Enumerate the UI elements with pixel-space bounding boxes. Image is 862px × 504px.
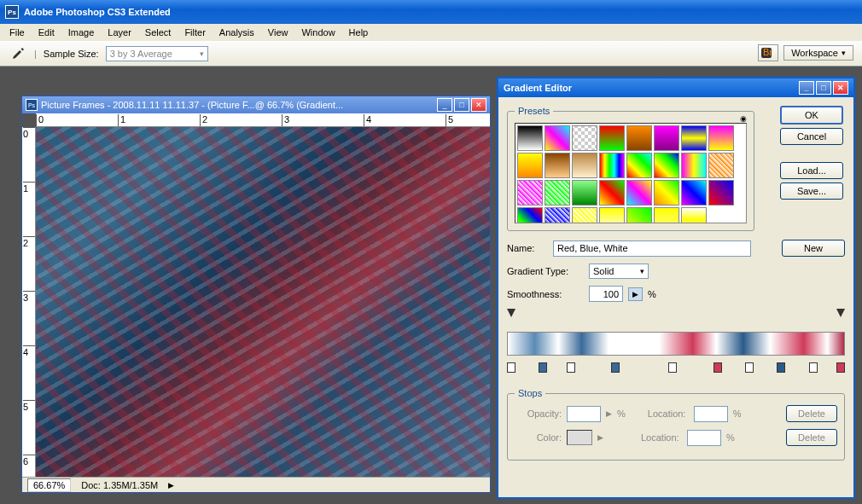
color-stop[interactable] [777,362,785,373]
app-titlebar: Ps Adobe Photoshop CS3 Extended [0,0,862,24]
doc-info: Doc: 1.35M/1.35M [81,480,158,490]
gradient-preview[interactable] [507,332,845,356]
color-stop[interactable] [745,362,754,373]
maximize-icon[interactable]: □ [454,98,469,112]
presets-flyout-icon[interactable]: ◉ [740,114,747,123]
menu-layer[interactable]: Layer [102,26,137,39]
color-stop[interactable] [836,362,845,373]
menu-help[interactable]: Help [343,26,375,39]
gradient-name-input[interactable] [553,240,751,257]
cancel-button[interactable]: Cancel [780,128,843,145]
name-label: Name: [507,243,548,253]
gradient-type-select[interactable]: Solid▾ [589,264,649,279]
preset-swatch[interactable] [626,153,652,178]
status-bar: 66.67% Doc: 1.35M/1.35M ▶ [22,477,490,492]
preset-swatch[interactable] [654,125,679,151]
gradient-type-label: Gradient Type: [507,266,584,276]
ruler-vertical: 0123456 [22,127,36,477]
color-stop[interactable] [567,362,575,373]
preset-swatch[interactable] [654,180,679,206]
bridge-button[interactable]: Br [758,44,778,61]
color-stop[interactable] [668,362,677,373]
preset-swatch[interactable] [654,153,679,178]
preset-swatch[interactable] [545,180,570,206]
doc-icon: Ps [26,99,38,111]
color-stop[interactable] [611,362,620,373]
presets-fieldset: Presets ◉ [507,106,754,231]
preset-swatch[interactable] [626,125,652,151]
dialog-maximize-icon[interactable]: □ [816,81,831,95]
preset-swatch[interactable] [545,207,570,223]
color-stop[interactable] [713,362,722,373]
new-button[interactable]: New [782,240,845,257]
app-title: Adobe Photoshop CS3 Extended [24,7,171,17]
opacity-location-input [694,406,728,422]
workspace-menu[interactable]: Workspace ▾ [783,45,853,61]
zoom-level[interactable]: 66.67% [27,478,71,492]
save-button[interactable]: Save... [780,182,843,200]
preset-swatch[interactable] [572,207,597,223]
canvas-image[interactable] [36,127,490,477]
dialog-title: Gradient Editor [504,83,572,93]
menu-file[interactable]: File [3,26,31,39]
app-icon: Ps [5,5,19,19]
menu-select[interactable]: Select [139,26,178,39]
stops-label: Stops [515,388,545,398]
preset-swatch[interactable] [572,125,597,151]
preset-swatch[interactable] [572,180,597,206]
preset-swatch[interactable] [681,207,707,223]
preset-swatch[interactable] [517,153,543,178]
preset-swatch[interactable] [708,180,734,206]
preset-swatch[interactable] [708,125,734,151]
color-location-input [687,430,721,446]
opacity-stop[interactable] [507,309,515,317]
info-arrow-icon[interactable]: ▶ [168,481,174,490]
smoothness-label: Smoothness: [507,289,584,299]
preset-swatch[interactable] [681,125,707,151]
color-stop[interactable] [507,362,515,373]
smoothness-input[interactable] [589,286,623,302]
dialog-minimize-icon[interactable]: _ [799,81,814,95]
menu-image[interactable]: Image [62,26,101,39]
menu-edit[interactable]: Edit [32,26,61,39]
opacity-label: Opacity: [515,408,562,419]
color-stop[interactable] [809,362,818,373]
ok-button[interactable]: OK [780,106,843,125]
preset-swatch[interactable] [517,207,543,223]
preset-swatch[interactable] [626,180,652,206]
preset-swatch[interactable] [545,125,570,151]
preset-swatch[interactable] [708,153,734,178]
ruler-horizontal: 012345 [36,113,490,127]
preset-swatch[interactable] [681,180,707,206]
smoothness-arrow-icon[interactable]: ▶ [628,287,643,301]
menu-filter[interactable]: Filter [178,26,211,39]
preset-swatch[interactable] [654,207,679,223]
color-swatch [567,430,592,445]
preset-swatch[interactable] [599,153,625,178]
menu-view[interactable]: View [262,26,294,39]
dialog-close-icon[interactable]: ✕ [833,81,848,95]
preset-swatches [515,123,747,223]
preset-swatch[interactable] [626,207,652,223]
sample-size-label: Sample Size: [44,49,99,59]
minimize-icon[interactable]: _ [437,98,452,112]
sample-size-select[interactable]: 3 by 3 Average▾ [106,46,208,61]
close-icon[interactable]: ✕ [471,98,486,112]
menu-analysis[interactable]: Analysis [213,26,260,39]
preset-swatch[interactable] [599,125,625,151]
eyedropper-tool-icon[interactable] [9,44,27,63]
location-label-2: Location: [641,432,682,443]
preset-swatch[interactable] [572,153,597,178]
preset-swatch[interactable] [681,153,707,178]
preset-swatch[interactable] [517,180,543,206]
color-stop[interactable] [539,362,547,373]
preset-swatch[interactable] [599,180,625,206]
options-bar: | Sample Size: 3 by 3 Average▾ [0,41,862,67]
menu-window[interactable]: Window [295,26,341,39]
load-button[interactable]: Load... [780,162,843,179]
preset-swatch[interactable] [599,207,625,223]
gradient-editor-dialog: Gradient Editor _ □ ✕ OK Cancel Load... … [497,77,855,499]
opacity-stop[interactable] [836,309,845,317]
preset-swatch[interactable] [517,125,543,151]
preset-swatch[interactable] [545,153,570,178]
